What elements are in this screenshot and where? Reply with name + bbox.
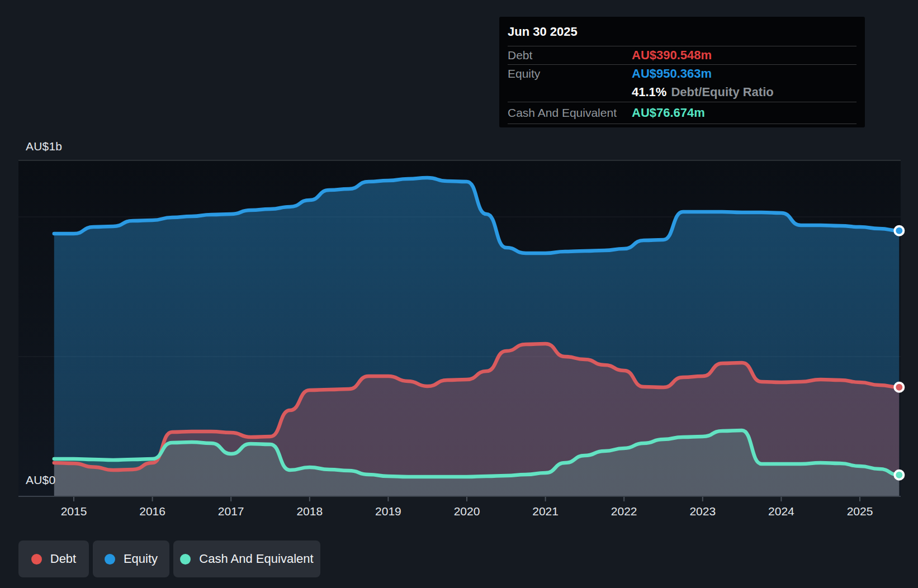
legend-item-debt[interactable]: Debt — [18, 540, 89, 577]
x-tick-label-2020: 2020 — [444, 505, 489, 518]
cash-value: AU$76.674m — [632, 106, 705, 120]
tooltip-row-ratio: 41.1% Debt/Equity Ratio — [508, 83, 857, 102]
debt-endpoint-dot — [896, 384, 902, 391]
debt-equity-chart-page: AU$1b AU$0 20152016201720182019202020212… — [0, 0, 918, 588]
x-tick-label-2023: 2023 — [680, 505, 725, 518]
tooltip-row-cash: Cash And Equivalent AU$76.674m — [508, 102, 857, 124]
debt-legend-dot-icon — [31, 554, 42, 565]
equity-legend-dot-icon — [105, 554, 115, 565]
cash-legend-dot-icon — [180, 554, 191, 565]
cash-endpoint-dot — [896, 472, 902, 478]
tooltip-row-debt: Debt AU$390.548m — [508, 46, 857, 64]
chart-legend: Debt Equity Cash And Equivalent — [18, 540, 320, 577]
legend-label: Debt — [50, 552, 76, 566]
x-tick-label-2018: 2018 — [287, 505, 332, 518]
x-tick-label-2017: 2017 — [209, 505, 253, 518]
x-tick-label-2025: 2025 — [837, 505, 882, 518]
chart-tooltip: Jun 30 2025 Debt AU$390.548m Equity AU$9… — [499, 17, 865, 127]
x-tick-label-2021: 2021 — [523, 505, 568, 518]
x-tick-label-2024: 2024 — [759, 505, 803, 518]
equity-label: Equity — [508, 67, 632, 80]
legend-item-cash[interactable]: Cash And Equivalent — [173, 540, 320, 577]
debt-equity-ratio-label: Debt/Equity Ratio — [671, 85, 773, 99]
legend-label: Equity — [124, 552, 158, 566]
x-tick-label-2015: 2015 — [51, 505, 96, 518]
x-tick-label-2016: 2016 — [130, 505, 175, 518]
cash-label: Cash And Equivalent — [508, 106, 632, 120]
y-axis-zero-label: AU$0 — [26, 473, 55, 487]
debt-label: Debt — [508, 49, 632, 62]
legend-item-equity[interactable]: Equity — [93, 540, 169, 577]
debt-equity-ratio-value: 41.1% — [632, 85, 666, 99]
tooltip-row-equity: Equity AU$950.363m — [508, 64, 857, 83]
tooltip-date: Jun 30 2025 — [508, 17, 857, 46]
debt-value: AU$390.548m — [632, 48, 712, 63]
series-areas — [54, 178, 900, 496]
equity-endpoint-dot — [896, 227, 902, 234]
x-axis-labels: 2015201620172018201920202021202220232024… — [0, 505, 918, 521]
x-tick-label-2019: 2019 — [366, 505, 410, 518]
equity-value: AU$950.363m — [632, 67, 712, 81]
x-tick-label-2022: 2022 — [602, 505, 646, 518]
legend-label: Cash And Equivalent — [199, 552, 313, 566]
y-axis-max-label: AU$1b — [26, 140, 62, 153]
